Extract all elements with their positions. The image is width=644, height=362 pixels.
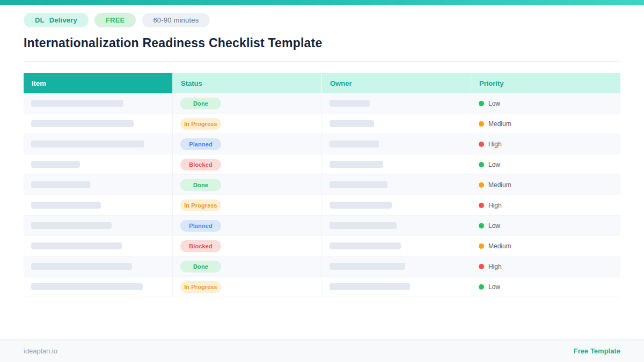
free-badge-label: FREE bbox=[106, 16, 125, 24]
priority-cell: High bbox=[471, 134, 620, 154]
priority-cell: Medium bbox=[471, 175, 620, 195]
priority-dot bbox=[479, 264, 484, 269]
owner-placeholder-bar bbox=[330, 263, 405, 270]
owner-placeholder-bar bbox=[330, 181, 387, 188]
owner-cell bbox=[322, 134, 471, 154]
status-badge: In Progress bbox=[180, 200, 221, 211]
status-badge: Done bbox=[180, 261, 221, 272]
item-cell bbox=[24, 134, 173, 154]
priority-cell: Medium bbox=[471, 236, 620, 256]
table-row: DoneHigh bbox=[24, 256, 620, 277]
checklist-table: Item Status Owner Priority DoneLowIn Pro… bbox=[24, 73, 620, 297]
status-badge: Blocked bbox=[180, 240, 221, 252]
owner-cell bbox=[322, 216, 471, 235]
priority-dot bbox=[479, 223, 484, 228]
item-placeholder-bar bbox=[31, 283, 143, 290]
priority-label: High bbox=[488, 141, 502, 148]
item-cell bbox=[24, 236, 173, 256]
item-placeholder-bar bbox=[31, 242, 122, 249]
status-badge: Done bbox=[180, 179, 221, 191]
status-cell: Done bbox=[173, 93, 322, 113]
status-badge: Done bbox=[180, 98, 221, 109]
item-cell bbox=[24, 277, 173, 297]
page-footer: ideaplan.io Free Template bbox=[0, 339, 644, 362]
priority-label: Low bbox=[488, 161, 500, 168]
footer-brand: ideaplan.io bbox=[24, 347, 57, 355]
table-row: In ProgressLow bbox=[24, 277, 620, 297]
status-badge: Planned bbox=[180, 220, 221, 232]
status-badge: Planned bbox=[180, 138, 221, 150]
status-cell: Planned bbox=[173, 216, 322, 235]
table-row: In ProgressMedium bbox=[24, 114, 620, 134]
status-cell: In Progress bbox=[173, 114, 322, 134]
item-placeholder-bar bbox=[31, 161, 80, 168]
free-template-link[interactable]: Free Template bbox=[574, 347, 620, 355]
title-divider bbox=[24, 61, 620, 62]
status-cell: Done bbox=[173, 175, 322, 195]
table-row: In ProgressHigh bbox=[24, 195, 620, 216]
owner-cell bbox=[322, 93, 471, 113]
item-placeholder-bar bbox=[31, 263, 132, 270]
priority-cell: Low bbox=[471, 277, 620, 297]
status-cell: Planned bbox=[173, 134, 322, 154]
owner-cell bbox=[322, 256, 471, 276]
owner-placeholder-bar bbox=[330, 222, 397, 229]
priority-label: Low bbox=[488, 283, 500, 291]
priority-dot bbox=[479, 101, 484, 106]
owner-cell bbox=[322, 154, 471, 174]
item-placeholder-bar bbox=[31, 181, 90, 188]
status-badge: In Progress bbox=[180, 118, 221, 130]
owner-placeholder-bar bbox=[330, 202, 392, 209]
owner-placeholder-bar bbox=[330, 141, 379, 147]
owner-cell bbox=[322, 277, 471, 297]
table-body: DoneLowIn ProgressMediumPlannedHighBlock… bbox=[24, 93, 620, 297]
page-container: DL Delivery FREE 60-90 minutes Internati… bbox=[0, 13, 644, 297]
category-badge: DL Delivery bbox=[24, 13, 89, 27]
status-cell: Blocked bbox=[173, 236, 322, 256]
item-cell bbox=[24, 175, 173, 195]
priority-label: Low bbox=[488, 222, 500, 230]
priority-dot bbox=[479, 142, 484, 147]
owner-placeholder-bar bbox=[330, 120, 374, 127]
priority-label: Medium bbox=[488, 181, 511, 189]
item-placeholder-bar bbox=[31, 202, 101, 209]
priority-cell: Medium bbox=[471, 114, 620, 134]
column-header-owner: Owner bbox=[322, 73, 471, 93]
priority-dot bbox=[479, 243, 484, 249]
priority-dot bbox=[479, 121, 484, 127]
status-cell: Done bbox=[173, 256, 322, 276]
status-badge: In Progress bbox=[180, 281, 221, 293]
table-row: PlannedHigh bbox=[24, 134, 620, 154]
priority-cell: High bbox=[471, 256, 620, 276]
item-cell bbox=[24, 154, 173, 174]
priority-cell: Low bbox=[471, 216, 620, 235]
item-cell bbox=[24, 114, 173, 134]
priority-dot bbox=[479, 284, 484, 290]
owner-cell bbox=[322, 114, 471, 134]
badge-row: DL Delivery FREE 60-90 minutes bbox=[24, 13, 620, 27]
column-header-priority: Priority bbox=[471, 73, 620, 93]
item-cell bbox=[24, 216, 173, 235]
priority-label: High bbox=[488, 202, 502, 209]
table-header-row: Item Status Owner Priority bbox=[24, 73, 620, 93]
priority-dot bbox=[479, 182, 484, 188]
owner-placeholder-bar bbox=[330, 100, 370, 107]
duration-badge-label: 60-90 minutes bbox=[153, 16, 199, 24]
duration-badge: 60-90 minutes bbox=[142, 13, 210, 27]
free-badge: FREE bbox=[94, 13, 136, 27]
owner-cell bbox=[322, 195, 471, 215]
status-cell: In Progress bbox=[173, 277, 322, 297]
priority-cell: Low bbox=[471, 93, 620, 113]
item-placeholder-bar bbox=[31, 120, 134, 127]
priority-label: Low bbox=[488, 100, 500, 107]
top-accent-bar bbox=[0, 0, 644, 5]
priority-cell: High bbox=[471, 195, 620, 215]
item-cell bbox=[24, 195, 173, 215]
table-row: DoneMedium bbox=[24, 175, 620, 195]
table-row: BlockedMedium bbox=[24, 236, 620, 256]
item-placeholder-bar bbox=[31, 222, 112, 229]
priority-dot bbox=[479, 162, 484, 167]
page-title: Internationalization Readiness Checklist… bbox=[24, 36, 620, 50]
owner-cell bbox=[322, 175, 471, 195]
category-badge-prefix: DL bbox=[35, 16, 45, 24]
